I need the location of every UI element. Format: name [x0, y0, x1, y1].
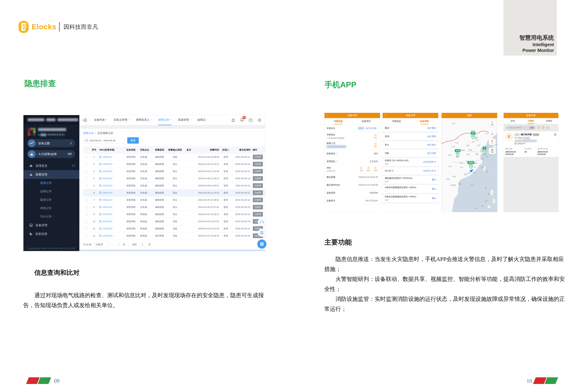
- page-number-1[interactable]: 1: [118, 243, 120, 246]
- tab-close-icon[interactable]: ×: [151, 118, 152, 121]
- handled-button[interactable]: 已处理: [253, 154, 263, 159]
- map-resources-control[interactable]: ▤ 资源: [489, 148, 496, 154]
- home-icon[interactable]: [231, 118, 235, 122]
- handled-button[interactable]: 已处理: [253, 162, 263, 166]
- imei-link[interactable]: 10001247: [99, 177, 122, 180]
- handled-button[interactable]: 已处理: [253, 212, 263, 216]
- imei-link[interactable]: 10001247: [99, 213, 122, 216]
- select-all-checkbox[interactable]: [85, 149, 88, 151]
- sidebar-submenu-item[interactable]: 离线记录: [24, 204, 79, 212]
- page-size-select[interactable]: 15条/页 ∨: [94, 242, 111, 247]
- row-checkbox[interactable]: [85, 163, 88, 166]
- imei-link[interactable]: 10001247: [99, 234, 122, 237]
- detail-row[interactable]: 使用状态i 正常使用: [324, 158, 380, 166]
- tab-bound[interactable]: 已绑定: [522, 120, 540, 122]
- table-row[interactable]: 1 10001247 智慧用电 京朱盛.. 漏电报警 演练 2024-04-26…: [83, 154, 265, 160]
- table-row[interactable]: 12 10001247 智慧用电 珠海南.. 电压报警 演练 2024-04-2…: [83, 232, 265, 239]
- report-float-button[interactable]: [258, 229, 266, 237]
- map-cluster-marker[interactable]: 176: [455, 149, 460, 157]
- map-canvas[interactable]: ★ 蒙古内蒙古辽宁北京天津河北山西山东黄海韩国宁夏甘肃陕西河南江苏上海四川重庆湖…: [442, 118, 497, 212]
- control-action-link[interactable]: 执行复位: [427, 144, 436, 146]
- handled-button[interactable]: 已处理: [253, 198, 263, 202]
- handled-button[interactable]: 已处理: [253, 205, 263, 210]
- gear-icon[interactable]: [258, 118, 262, 122]
- control-action-link[interactable]: 执行消音: [427, 152, 436, 155]
- bottom-scroll-strip[interactable]: [79, 250, 265, 251]
- field-action[interactable]: 导航: [373, 134, 378, 139]
- sliders-icon[interactable]: [554, 133, 556, 136]
- tab-device-control[interactable]: 设备管控: [352, 120, 380, 123]
- breadcrumb-parent[interactable]: 报警记录: [83, 132, 94, 135]
- notifications-bell[interactable]: 56: [240, 118, 244, 122]
- field-action[interactable]: 变更: [359, 167, 364, 172]
- tab-detail-info[interactable]: 详情信息: [383, 120, 410, 123]
- detail-row[interactable]: IMEIi 10001247 变更 复制 二维码: [324, 166, 380, 173]
- detail-row[interactable]: 安装点位i 南方软件园 >: [324, 124, 380, 132]
- workspace-tab[interactable]: 接警联系人 ×: [136, 115, 152, 125]
- tab-all[interactable]: 全部: [504, 120, 522, 122]
- detail-row[interactable]: 最近事件时间i 2024-04-24 13:52:04: [324, 181, 380, 189]
- control-action-link[interactable]: 执行查询: [427, 135, 436, 138]
- workspace-tab[interactable]: 设备列表 ×: [94, 115, 107, 125]
- back-icon[interactable]: ‹: [384, 113, 385, 116]
- map-cluster-marker[interactable]: 3: [482, 146, 486, 154]
- sidebar-item-install-management[interactable]: 安装管理 ⌄: [24, 230, 79, 238]
- tab-close-icon[interactable]: ›: [207, 118, 208, 121]
- workspace-tab[interactable]: 安装点管理 ×: [114, 115, 130, 125]
- support-float-button[interactable]: [258, 218, 266, 226]
- workspace-tab[interactable]: 报警记录 ×: [158, 115, 172, 125]
- handled-button[interactable]: 已处理: [253, 169, 263, 174]
- field-action[interactable]: 复制: [366, 167, 371, 172]
- row-checkbox[interactable]: [85, 170, 88, 172]
- detail-row[interactable]: 详细地址i 广东省珠海市香洲区 导航: [324, 132, 380, 141]
- table-row[interactable]: 2 10001247 智慧用电 京朱盛.. 漏电报警 复位 2024-04-26…: [83, 160, 265, 168]
- copy-icon[interactable]: [541, 126, 544, 129]
- apps-grid-float-button[interactable]: [257, 240, 266, 248]
- table-row[interactable]: 8 10001247 智慧用电 京朱盛.. 漏电报警 复位 2024-04-26…: [83, 204, 265, 211]
- control-action-link[interactable]: 点击停止学习: [423, 170, 436, 172]
- imei-link[interactable]: 10001247: [99, 163, 122, 166]
- control-action-link[interactable]: 确认: [432, 188, 436, 190]
- imei-link[interactable]: 10001247: [99, 227, 122, 230]
- imei-link[interactable]: 10001247: [99, 206, 122, 208]
- sort-list-icon[interactable]: [72, 164, 75, 167]
- goto-page-input[interactable]: 1: [139, 242, 146, 247]
- sidebar-submenu-item[interactable]: 故障记录: [24, 187, 79, 196]
- sidebar-submenu-item[interactable]: 隐患记录: [24, 196, 79, 204]
- table-row[interactable]: 11 10001247 智慧用电 珠海南.. 漏电报警 演练 2024-04-2…: [83, 225, 265, 232]
- handled-button[interactable]: 已处理: [253, 183, 263, 188]
- tab-close-icon[interactable]: ×: [190, 118, 191, 121]
- map-more-control[interactable]: ⋯ 更多: [489, 130, 496, 136]
- imei-link[interactable]: 10001247: [99, 184, 122, 187]
- table-row[interactable]: 4 10001247 智慧用电 京朱盛.. 漏电报警 复位 2024-04-26…: [83, 175, 265, 182]
- stat-pill-device-total[interactable]: 设备总数 1: [28, 139, 75, 147]
- page-number-2[interactable]: 2: [123, 243, 125, 246]
- detail-row[interactable]: 接警人员i 更多: [324, 141, 380, 150]
- row-checkbox[interactable]: [85, 220, 88, 223]
- workspace-tab[interactable]: 故障记 ›: [197, 115, 208, 125]
- imei-link[interactable]: 10001247: [99, 192, 122, 194]
- row-checkbox[interactable]: [85, 184, 88, 187]
- add-device-icon[interactable]: [546, 126, 549, 129]
- row-checkbox[interactable]: [85, 156, 88, 158]
- tab-close-icon[interactable]: ×: [170, 118, 172, 121]
- control-action-link[interactable]: 确认: [432, 178, 436, 181]
- detail-row[interactable]: 最近报警i 2024-04-24 10:41:20: [324, 173, 380, 181]
- row-checkbox[interactable]: [85, 213, 88, 216]
- map-cluster-marker[interactable]: 11: [471, 132, 475, 140]
- search-button[interactable]: 搜索: [127, 137, 139, 144]
- tab-device-control[interactable]: 设备管控: [411, 120, 438, 123]
- map-cluster-marker[interactable]: 1015: [468, 161, 474, 169]
- search-chip-button[interactable]: 搜索: [529, 126, 535, 129]
- prev-page-button[interactable]: ‹: [113, 243, 115, 246]
- tab-detail-info[interactable]: 详情信息: [324, 120, 352, 123]
- workspace-tab[interactable]: 装箱管理 ×: [178, 115, 191, 125]
- tab-close-icon[interactable]: ×: [106, 118, 107, 121]
- table-row[interactable]: 9 10001247 智慧用电 珠海南.. 漏电报警 复位 2024-04-25…: [83, 211, 265, 218]
- detail-row[interactable]: 设备状态i 离线: [324, 150, 380, 158]
- table-row[interactable]: 10 10001247 智慧用电 珠海南.. 漏电报警 演练 2024-04-2…: [83, 218, 265, 225]
- row-checkbox[interactable]: [85, 199, 88, 201]
- search-input[interactable]: ▼ 请输入设备IMEI 搜索: [505, 126, 535, 130]
- collapse-sidebar-icon[interactable]: [83, 118, 87, 122]
- device-card[interactable]: 智慧 用电 南方软件园 ▼广东省: [504, 131, 558, 157]
